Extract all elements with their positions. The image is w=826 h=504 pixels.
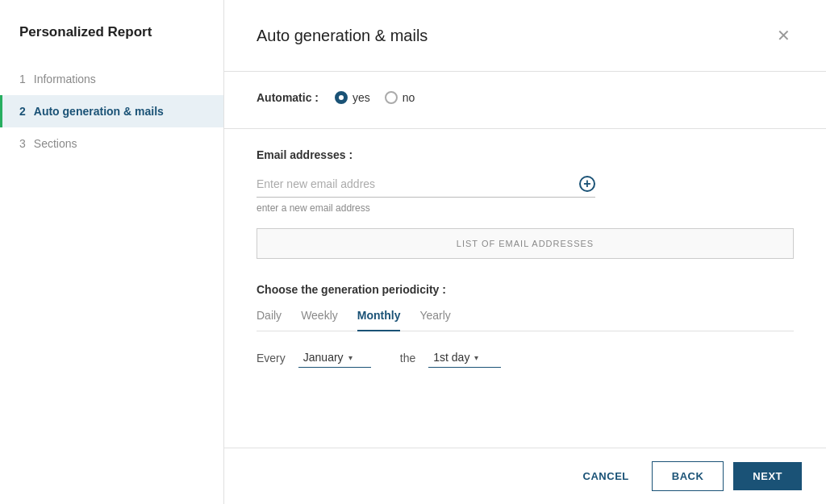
header-divider	[224, 71, 826, 72]
email-section-label: Email addresses :	[257, 148, 794, 161]
email-section: Email addresses : + enter a new email ad…	[257, 148, 794, 259]
radio-yes-indicator	[335, 91, 348, 104]
every-row: Every January ▾ the 1st day ▾	[257, 348, 794, 368]
sidebar-item-label-sections: Sections	[34, 137, 77, 150]
automatic-row: Automatic : yes no	[257, 91, 794, 104]
periodicity-label: Choose the generation periodicity :	[257, 283, 794, 296]
tab-yearly[interactable]: Yearly	[419, 309, 450, 331]
sidebar-item-label-informations: Informations	[34, 73, 96, 85]
day-dropdown[interactable]: 1st day ▾	[428, 348, 501, 368]
sidebar-title: Personalized Report	[0, 24, 223, 63]
tab-monthly[interactable]: Monthly	[357, 309, 401, 331]
sidebar-item-informations[interactable]: 1 Informations	[0, 63, 223, 95]
automatic-divider	[224, 128, 826, 129]
step-number-3: 3	[19, 137, 26, 150]
list-email-button[interactable]: LIST OF EMAIL ADDRESSES	[257, 228, 794, 259]
step-number-2: 2	[19, 105, 26, 118]
radio-yes[interactable]: yes	[335, 91, 370, 104]
radio-no-label: no	[403, 91, 415, 104]
month-dropdown-arrow: ▾	[348, 353, 353, 362]
cancel-button[interactable]: CANCEL	[570, 462, 642, 490]
email-input-row: +	[257, 174, 595, 198]
sidebar-item-sections[interactable]: 3 Sections	[0, 127, 223, 160]
radio-group: yes no	[335, 91, 415, 104]
page-title: Auto generation & mails	[257, 27, 428, 45]
radio-yes-label: yes	[353, 91, 370, 104]
sidebar-item-auto-generation[interactable]: 2 Auto generation & mails	[0, 95, 223, 127]
sidebar: Personalized Report 1 Informations 2 Aut…	[0, 0, 224, 504]
tabs-row: Daily Weekly Monthly Yearly	[257, 309, 794, 331]
radio-no-indicator	[385, 91, 398, 104]
the-label: the	[400, 352, 415, 364]
next-button[interactable]: NEXT	[733, 462, 802, 490]
main-content: Auto generation & mails ✕ Automatic : ye…	[224, 0, 826, 504]
email-input[interactable]	[257, 174, 579, 194]
day-dropdown-arrow: ▾	[474, 353, 478, 362]
tab-weekly[interactable]: Weekly	[301, 309, 338, 331]
sidebar-item-label-auto-generation: Auto generation & mails	[34, 105, 164, 118]
main-header: Auto generation & mails ✕	[257, 24, 794, 47]
periodicity-section: Choose the generation periodicity : Dail…	[257, 283, 794, 368]
month-dropdown[interactable]: January ▾	[298, 348, 371, 368]
email-hint: enter a new email address	[257, 202, 794, 214]
radio-no[interactable]: no	[385, 91, 415, 104]
month-value: January	[303, 351, 344, 364]
close-button[interactable]: ✕	[774, 24, 794, 47]
day-value: 1st day	[433, 351, 469, 364]
back-button[interactable]: BACK	[652, 461, 724, 491]
step-number-1: 1	[19, 73, 26, 85]
tab-daily[interactable]: Daily	[257, 309, 282, 331]
automatic-label: Automatic :	[257, 91, 319, 104]
add-email-icon[interactable]: +	[579, 176, 595, 192]
modal-wrapper: Personalized Report 1 Informations 2 Aut…	[0, 0, 826, 504]
footer: CANCEL BACK NEXT	[224, 448, 826, 504]
every-label: Every	[257, 352, 286, 364]
